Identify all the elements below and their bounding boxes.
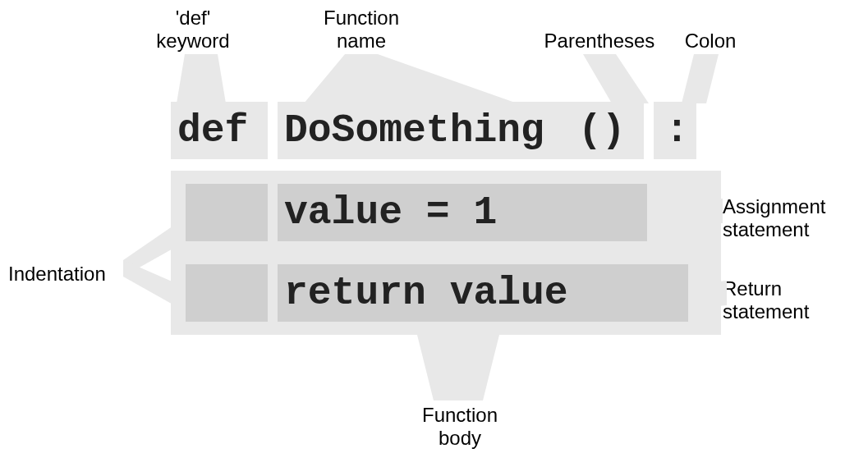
callout-tail-colon <box>673 54 731 103</box>
svg-marker-3 <box>682 54 719 103</box>
code-def-keyword: def <box>171 102 268 159</box>
code-indent-2 <box>186 264 268 322</box>
label-assignment-statement: Assignment statement <box>723 195 854 240</box>
svg-marker-0 <box>177 54 226 103</box>
text: () <box>578 111 626 150</box>
code-indent-1 <box>186 184 268 241</box>
label-indentation: Indentation <box>8 263 131 286</box>
callout-tail-parentheses <box>575 54 657 103</box>
label-def-keyword: 'def' keyword <box>144 7 242 52</box>
code-parentheses: () <box>570 102 644 159</box>
callout-tail-def <box>168 54 242 103</box>
text: body <box>439 427 481 449</box>
text: Assignment <box>723 195 825 217</box>
text: return value <box>284 273 568 313</box>
text: statement <box>723 300 809 323</box>
code-colon: : <box>654 102 696 159</box>
text: value = 1 <box>284 193 497 232</box>
text: def <box>177 111 248 150</box>
label-return-statement: Return statement <box>723 277 854 323</box>
text: Function <box>422 404 498 426</box>
text: DoSomething <box>284 111 544 150</box>
text: 'def' <box>176 7 211 29</box>
label-function-name: Function name <box>304 7 419 52</box>
label-function-body: Function body <box>402 404 517 449</box>
text: Parentheses <box>544 30 655 52</box>
label-colon: Colon <box>673 30 747 53</box>
text: : <box>665 111 689 150</box>
text: Indentation <box>8 263 106 285</box>
text: statement <box>723 218 809 240</box>
text: keyword <box>156 30 229 52</box>
svg-marker-2 <box>583 54 649 103</box>
svg-marker-1 <box>304 54 517 103</box>
code-return-statement: return value <box>278 264 688 322</box>
label-parentheses: Parentheses <box>534 30 665 53</box>
code-function-name: DoSomething <box>278 102 570 159</box>
code-assignment-statement: value = 1 <box>278 184 647 241</box>
text: Return <box>723 277 782 300</box>
callout-tail-function-name <box>304 54 517 103</box>
text: Function <box>324 7 399 29</box>
text: name <box>337 30 386 52</box>
text: Colon <box>685 30 737 52</box>
